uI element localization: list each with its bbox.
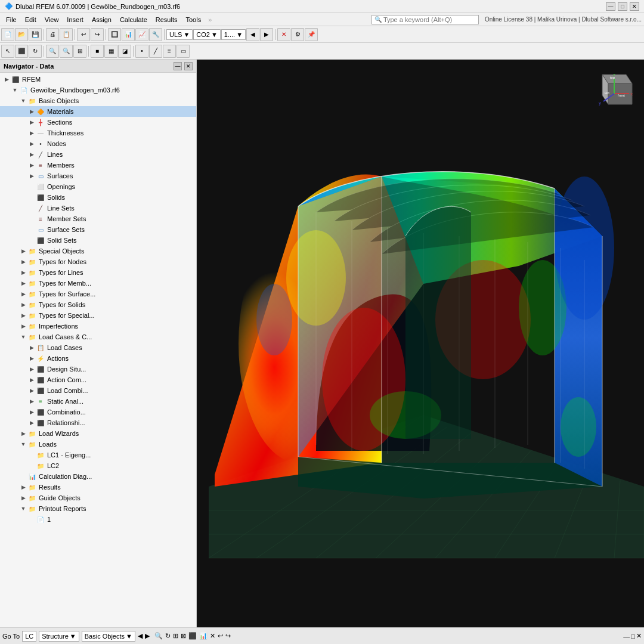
tb-line[interactable]: ╱ (149, 45, 162, 58)
tree-lines[interactable]: ▶ ╱ Lines (0, 149, 196, 160)
bp-next[interactable]: ▶ (145, 632, 150, 640)
tree-types-nodes[interactable]: ▶ 📁 Types for Nodes (0, 256, 196, 267)
keyword-search[interactable]: 🔍 (371, 15, 479, 24)
orientation-cube[interactable]: x z y top left front (590, 66, 638, 113)
tree-combination[interactable]: ▶ ⬛ Combinatio... (0, 407, 196, 417)
minimize-button[interactable]: — (606, 2, 615, 11)
tree-sections[interactable]: ▶ ╋ Sections (0, 117, 196, 128)
bp-filter[interactable]: 🔍 (154, 632, 163, 640)
search-input[interactable] (383, 16, 476, 23)
tree-relationship[interactable]: ▶ ⬛ Relationshi... (0, 417, 196, 428)
menu-calculate[interactable]: Calculate (116, 15, 151, 24)
tree-members[interactable]: ▶ ≡ Members (0, 160, 196, 171)
maximize-button[interactable]: □ (618, 2, 627, 11)
tree-design-situ[interactable]: ▶ ⬛ Design Situ... (0, 364, 196, 374)
tree-solidsets[interactable]: ⬛ Solid Sets (0, 235, 196, 246)
tb-zoom-in[interactable]: 🔍 (46, 45, 59, 58)
tb-zoom-all[interactable]: ⊞ (73, 45, 86, 58)
tree-load-combi[interactable]: ▶ ⬛ Load Combi... (0, 385, 196, 396)
print-button[interactable]: 🖨 (46, 28, 59, 41)
menu-file[interactable]: File (2, 15, 20, 24)
tree-actions[interactable]: ▶ ⚡ Actions (0, 353, 196, 364)
redo-button[interactable]: ↪ (91, 28, 104, 41)
co2-dropdown[interactable]: CO2▼ (193, 29, 221, 40)
tree-guide-objects[interactable]: ▶ 📁 Guide Objects (0, 493, 196, 503)
tb-cursor[interactable]: ↖ (1, 45, 14, 58)
tb5[interactable]: 📈 (135, 28, 148, 41)
tree-lc1[interactable]: 📁 LC1 - Eigeng... (0, 450, 196, 460)
tree-solids[interactable]: ⬛ Solids (0, 192, 196, 203)
tb-zoom-out[interactable]: 🔍 (60, 45, 73, 58)
bp-tb5[interactable]: ✕ (210, 632, 215, 640)
tree-types-special[interactable]: ▶ 📁 Types for Special... (0, 310, 196, 321)
tree-materials[interactable]: ▶ 🔶 Materials (0, 106, 196, 117)
copy-button[interactable]: 📋 (60, 28, 73, 41)
menu-view[interactable]: View (41, 15, 63, 24)
tree-rfem[interactable]: ▶ ⬛ RFEM (0, 74, 196, 85)
menu-edit[interactable]: Edit (21, 15, 40, 24)
viewport-3d[interactable]: x z y top left front (197, 60, 644, 627)
tb-rotate[interactable]: ↻ (29, 45, 42, 58)
menu-results[interactable]: Results (152, 15, 181, 24)
tree-types-lines[interactable]: ▶ 📁 Types for Lines (0, 267, 196, 278)
bp-window-min[interactable]: — (623, 633, 630, 640)
new-button[interactable]: 📄 (1, 28, 14, 41)
bp-tb1[interactable]: ⊞ (173, 632, 178, 640)
save-button[interactable]: 💾 (29, 28, 42, 41)
undo-button[interactable]: ↩ (77, 28, 90, 41)
tree-lc2[interactable]: 📁 LC2 (0, 460, 196, 471)
tree-printout[interactable]: ▼ 📁 Printout Reports (0, 503, 196, 514)
tb7[interactable]: ⚙ (291, 28, 304, 41)
bp-tb2[interactable]: ⊠ (181, 632, 186, 640)
tb3[interactable]: 🔲 (108, 28, 121, 41)
tree-thicknesses[interactable]: ▶ — Thicknesses (0, 128, 196, 138)
tb-member[interactable]: ≡ (163, 45, 176, 58)
tree-loadcases-group[interactable]: ▼ 📁 Load Cases & C... (0, 332, 196, 342)
bp-tb3[interactable]: ⬛ (188, 632, 197, 640)
tb6[interactable]: 🔧 (149, 28, 162, 41)
tb8[interactable]: 📌 (305, 28, 318, 41)
bp-refresh[interactable]: ↻ (165, 632, 171, 640)
open-button[interactable]: 📂 (15, 28, 28, 41)
tree-calc-diag[interactable]: 📊 Calculation Diag... (0, 471, 196, 482)
tree-imperfections[interactable]: ▶ 📁 Imperfections (0, 321, 196, 332)
nav-minimize[interactable]: — (174, 62, 182, 70)
tree-surfaces[interactable]: ▶ ▭ Surfaces (0, 171, 196, 181)
prev-button[interactable]: ◀ (246, 28, 259, 41)
tree-loadcases-item[interactable]: ▶ 📋 Load Cases (0, 342, 196, 353)
tb-surf[interactable]: ▭ (177, 45, 190, 58)
tree-action-com[interactable]: ▶ ⬛ Action Com... (0, 374, 196, 385)
tree-report-1[interactable]: 📄 1 (0, 514, 196, 525)
delete-button[interactable]: ✕ (277, 28, 290, 41)
close-button[interactable]: ✕ (630, 2, 639, 11)
bp-window-max[interactable]: □ (631, 633, 635, 640)
tree-static-anal[interactable]: ▶ ≡ Static Anal... (0, 396, 196, 407)
tb-view1[interactable]: ■ (91, 45, 104, 58)
tb-view3[interactable]: ◪ (118, 45, 131, 58)
nav-close[interactable]: ✕ (184, 62, 193, 70)
tree-membersets[interactable]: ≡ Member Sets (0, 213, 196, 224)
tree-special-objects[interactable]: ▶ 📁 Special Objects (0, 246, 196, 256)
bp-window-close[interactable]: ✕ (636, 632, 642, 640)
tree-linesets[interactable]: ╱ Line Sets (0, 203, 196, 213)
bp-tb7[interactable]: ↪ (225, 632, 231, 640)
tb4[interactable]: 📊 (122, 28, 135, 41)
bp-tb4[interactable]: 📊 (199, 632, 208, 640)
structure-dropdown[interactable]: Structure ▼ (39, 631, 79, 642)
tree-surfacesets[interactable]: ▭ Surface Sets (0, 224, 196, 235)
tree-types-surfaces[interactable]: ▶ 📁 Types for Surface... (0, 289, 196, 299)
tree-types-solids[interactable]: ▶ 📁 Types for Solids (0, 299, 196, 310)
tree-types-members[interactable]: ▶ 📁 Types for Memb... (0, 278, 196, 289)
bp-tb6[interactable]: ↩ (218, 632, 223, 640)
uls-dropdown[interactable]: ULS▼ (166, 29, 193, 40)
tree-loads[interactable]: ▼ 📁 Loads (0, 439, 196, 450)
tb-select[interactable]: ⬛ (15, 45, 28, 58)
tree-nodes[interactable]: ▶ • Nodes (0, 138, 196, 149)
tree-file[interactable]: ▼ 📄 Gewölbe_Rundbogen_m03.rf6 (0, 85, 196, 95)
basic-objects-dropdown[interactable]: Basic Objects ▼ (82, 631, 135, 642)
scale-dropdown[interactable]: 1....▼ (221, 29, 246, 40)
tb-view2[interactable]: ▦ (104, 45, 117, 58)
menu-assign[interactable]: Assign (88, 15, 115, 24)
bp-prev[interactable]: ◀ (138, 632, 143, 640)
tree-load-wizards[interactable]: ▶ 📁 Load Wizards (0, 428, 196, 439)
